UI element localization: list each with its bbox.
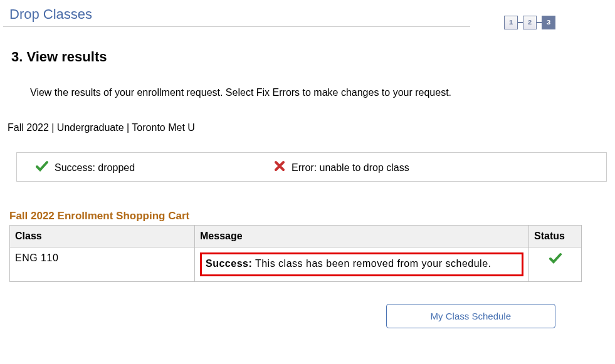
check-icon: [549, 252, 562, 266]
message-highlight: Success: This class has been removed fro…: [200, 252, 523, 276]
table-row: ENG 110 Success: This class has been rem…: [10, 247, 582, 282]
message-prefix: Success:: [206, 258, 252, 269]
table-header-message: Message: [195, 226, 529, 247]
cart-title: Fall 2022 Enrollment Shopping Cart: [0, 182, 615, 225]
step-3: 3: [542, 16, 555, 29]
message-cell: Success: This class has been removed fro…: [195, 247, 529, 282]
results-table: Class Message Status ENG 110 Success: Th…: [9, 225, 582, 282]
step-indicator: 1 2 3: [504, 16, 555, 29]
step-connector: [537, 22, 542, 23]
step-2: 2: [523, 16, 537, 29]
legend-error-label: Error: unable to drop class: [292, 162, 409, 174]
table-header-status: Status: [529, 226, 582, 247]
action-row: My Class Schedule: [0, 304, 615, 328]
legend-box: Success: dropped Error: unable to drop c…: [16, 152, 607, 182]
term-info: Fall 2022 | Undergraduate | Toronto Met …: [0, 98, 615, 133]
step-connector: [518, 22, 523, 23]
page-title: Drop Classes: [3, 0, 470, 27]
legend-error: Error: unable to drop class: [274, 160, 409, 175]
my-class-schedule-button[interactable]: My Class Schedule: [386, 304, 555, 328]
section-heading: 3. View results: [0, 27, 615, 65]
class-cell: ENG 110: [10, 247, 195, 282]
message-body: This class has been removed from your sc…: [252, 258, 491, 269]
status-cell: [529, 247, 582, 282]
legend-success: Success: dropped: [36, 160, 135, 175]
x-icon: [274, 160, 285, 175]
check-icon: [36, 160, 48, 175]
instructions-text: View the results of your enrollment requ…: [0, 65, 615, 98]
step-1: 1: [504, 16, 518, 29]
table-header-class: Class: [10, 226, 195, 247]
legend-success-label: Success: dropped: [55, 162, 135, 174]
